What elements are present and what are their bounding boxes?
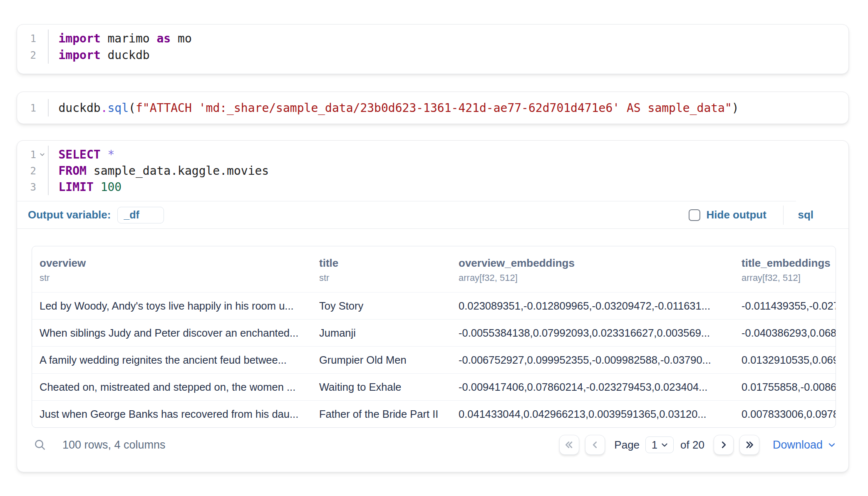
page-select[interactable]: 1 (645, 436, 674, 453)
cell-overview: Just when George Banks has recovered fro… (32, 408, 319, 420)
cell-title-embeddings: -0.011439355,-0.02752 (742, 300, 836, 312)
cell-title: Waiting to Exhale (319, 381, 459, 393)
last-page-button[interactable] (739, 435, 759, 455)
chevron-down-icon (39, 151, 46, 158)
cell-title: Grumpier Old Men (319, 354, 459, 366)
chevron-right-icon (718, 439, 729, 450)
previous-page-button[interactable] (585, 435, 605, 455)
column-name: overview_embeddings (459, 256, 742, 270)
code-token: ) (732, 101, 739, 115)
cell-overview: Cheated on, mistreated and stepped on, t… (32, 381, 319, 393)
column-dtype: array[f32, 512] (459, 273, 742, 283)
double-chevron-left-icon (564, 439, 575, 450)
function-token: sql (108, 101, 129, 115)
hide-output-toggle[interactable]: Hide output (689, 208, 766, 221)
line-number: 1 (30, 149, 36, 161)
line-number: 1 (30, 102, 36, 114)
line-number: 2 (30, 165, 36, 177)
column-dtype: str (319, 273, 459, 283)
cell-title: Jumanji (319, 327, 459, 339)
chevron-down-icon (827, 440, 837, 450)
page-label: Page (614, 439, 640, 451)
table-header-row: overview str title str overview_embeddin… (32, 246, 836, 292)
column-name: title_embeddings (742, 256, 836, 270)
cell-title-embeddings: 0.007833006,0.097801 (742, 408, 836, 420)
code-token: mo (171, 32, 192, 45)
table-row: Cheated on, mistreated and stepped on, t… (32, 373, 836, 400)
double-chevron-right-icon (744, 439, 755, 450)
column-header-overview[interactable]: overview str (32, 256, 319, 292)
search-button[interactable] (32, 436, 48, 453)
first-page-button[interactable] (559, 435, 579, 455)
keyword-token: FROM (59, 164, 87, 178)
table-row: Just when George Banks has recovered fro… (32, 400, 836, 427)
output-variable-label: Output variable: (28, 208, 111, 221)
code-line: SELECT * (59, 146, 269, 163)
line-number: 2 (30, 50, 36, 61)
line-number-gutter: 1 2 3 (17, 146, 48, 195)
code-token: sample_data.kaggle.movies (87, 164, 269, 178)
line-number-gutter: 1 (17, 100, 48, 117)
code-cell-imports: 1 2 import marimo as mo import duckdb (17, 24, 849, 74)
column-dtype: array[f32, 512] (742, 273, 836, 283)
code-line: FROM sample_data.kaggle.movies (59, 163, 269, 179)
column-header-overview-embeddings[interactable]: overview_embeddings array[f32, 512] (459, 256, 742, 292)
download-button[interactable]: Download (773, 439, 837, 451)
keyword-token: as (157, 32, 171, 45)
keyword-token: import (59, 48, 101, 62)
download-label: Download (773, 439, 823, 451)
operator-token: . (101, 101, 108, 115)
code-token: duckdb (101, 48, 150, 62)
column-header-title-embeddings[interactable]: title_embeddings array[f32, 512] (742, 256, 836, 292)
row-count-summary: 100 rows, 4 columns (62, 439, 166, 451)
cell-overview-embeddings: 0.041433044,0.042966213,0.0039591365,0.0… (459, 408, 742, 420)
line-number-gutter: 1 2 (17, 30, 48, 64)
cell-overview: Led by Woody, Andy's toys live happily i… (32, 300, 319, 312)
asterisk-token: * (108, 148, 115, 161)
search-icon (33, 438, 47, 451)
cell-overview-embeddings: -0.006752927,0.099952355,-0.009982588,-0… (459, 354, 742, 366)
column-name: overview (40, 256, 319, 270)
marimo-notebook: { "colors": { "accent_steel_blue": "#337… (0, 0, 868, 496)
column-name: title (319, 256, 459, 270)
code-editor[interactable]: 1 duckdb.sql(f"ATTACH 'md:_share/sample_… (17, 92, 848, 117)
code-token (101, 148, 108, 161)
cell-overview: A family wedding reignites the ancient f… (32, 354, 319, 366)
language-button[interactable]: sql (798, 208, 813, 221)
next-page-button[interactable] (714, 435, 734, 455)
page-total-label: of 20 (680, 439, 704, 451)
page-select-value: 1 (652, 439, 657, 451)
column-header-title[interactable]: title str (319, 256, 459, 292)
sql-cell: 1 2 3 SELECT * FROM sample_data.kaggle.m… (17, 140, 849, 472)
code-token: marimo (101, 32, 157, 45)
chevron-down-icon (660, 440, 669, 449)
output-variable-input[interactable] (117, 207, 164, 223)
cell-title: Father of the Bride Part II (319, 408, 459, 420)
table-row: Led by Woody, Andy's toys live happily i… (32, 292, 836, 319)
fold-toggle[interactable] (36, 151, 48, 158)
cell-title-embeddings: 0.0132910535,0.06958 (742, 354, 836, 366)
code-line: duckdb.sql(f"ATTACH 'md:_share/sample_da… (59, 100, 739, 117)
number-token: 100 (101, 180, 122, 194)
code-token: ( (129, 101, 136, 115)
cell-overview-embeddings: -0.0055384138,0.07992093,0.023316627,0.0… (459, 327, 742, 339)
keyword-token: import (59, 32, 101, 45)
code-line: import duckdb (59, 47, 192, 64)
code-line: import marimo as mo (59, 30, 192, 47)
chevron-left-icon (590, 439, 600, 450)
line-number: 3 (30, 181, 36, 193)
code-cell-attach: 1 duckdb.sql(f"ATTACH 'md:_share/sample_… (17, 92, 849, 124)
code-token: duckdb (59, 101, 101, 115)
code-editor[interactable]: 1 2 import marimo as mo import duckdb (17, 25, 848, 64)
code-token (94, 180, 101, 194)
cell-title-embeddings: 0.01755858,-0.0086286 (742, 381, 836, 393)
keyword-token: LIMIT (59, 180, 94, 194)
toolbar-separator (783, 206, 784, 225)
sql-cell-toolbar: Output variable: Hide output sql (17, 201, 848, 229)
table-row: When siblings Judy and Peter discover an… (32, 319, 836, 346)
cell-overview: When siblings Judy and Peter discover an… (32, 327, 319, 339)
code-editor[interactable]: 1 2 3 SELECT * FROM sample_data.kaggle.m… (17, 141, 848, 195)
cell-overview-embeddings: -0.009417406,0.07860214,-0.023279453,0.0… (459, 381, 742, 393)
cell-title-embeddings: -0.040386293,0.06845 (742, 327, 836, 339)
code-line: LIMIT 100 (59, 179, 269, 195)
